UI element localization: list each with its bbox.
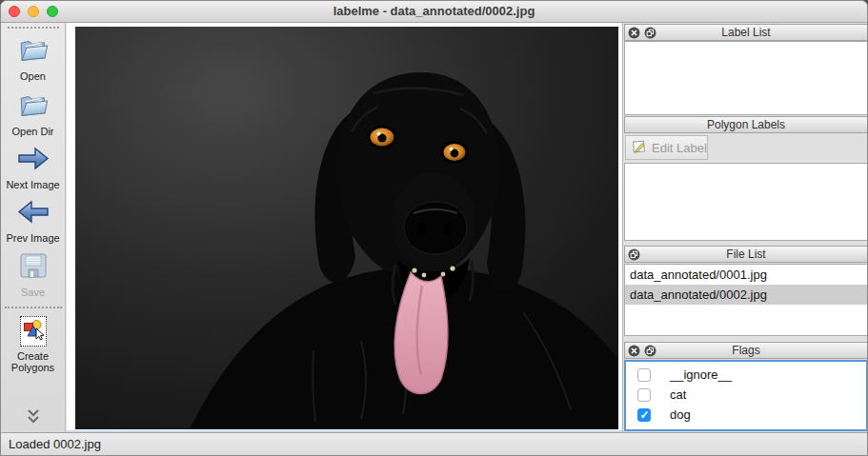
flag-label: __ignore__	[670, 367, 732, 382]
window-title: labelme - data_annotated/0002.jpg	[1, 1, 867, 22]
close-panel-icon[interactable]	[628, 27, 640, 39]
float-panel-icon[interactable]	[644, 27, 656, 39]
polygon-labels-list[interactable]	[624, 163, 868, 241]
open-folder-icon	[17, 90, 50, 122]
arrow-left-icon	[16, 199, 50, 228]
next-image-button-label: Next Image	[6, 179, 59, 190]
toolbar-drag-handle[interactable]	[8, 27, 59, 29]
labelme-window: labelme - data_annotated/0002.jpg Open	[0, 0, 868, 456]
toolbar-overflow-button[interactable]	[1, 409, 65, 427]
arrow-right-icon	[16, 146, 50, 175]
status-text: Loaded 0002.jpg	[9, 437, 101, 451]
save-button-label: Save	[21, 287, 45, 298]
create-polygons-button-label: Create Polygons	[7, 350, 60, 373]
dock-panels: Label List Polygon Labels Edit Label	[622, 23, 868, 434]
open-button-label: Open	[20, 70, 46, 82]
checkbox[interactable]	[637, 368, 651, 382]
file-list-header: File List	[624, 246, 868, 263]
label-list-title: Label List	[721, 26, 770, 39]
flags-title: Flags	[732, 344, 759, 357]
save-floppy-icon	[19, 252, 48, 283]
edit-label-button[interactable]: Edit Label	[625, 135, 708, 160]
file-list-item[interactable]: data_annotated/0002.jpg	[625, 285, 867, 305]
checkbox[interactable]	[637, 388, 651, 402]
create-polygons-button[interactable]: Create Polygons	[1, 311, 65, 377]
create-polygons-icon	[20, 316, 47, 347]
file-list-title: File List	[726, 248, 765, 261]
open-dir-button[interactable]: Open Dir	[1, 86, 65, 141]
flag-item-ignore[interactable]: __ignore__	[626, 365, 866, 385]
prev-image-button[interactable]: Prev Image	[1, 194, 65, 248]
chevron-double-down-icon	[25, 410, 42, 426]
edit-label-button-text: Edit Label	[652, 141, 707, 155]
black-dog-photo	[75, 27, 618, 429]
polygon-labels-header: Polygon Labels	[624, 116, 868, 133]
titlebar: labelme - data_annotated/0002.jpg	[1, 1, 867, 23]
open-dir-button-label: Open Dir	[11, 126, 53, 137]
status-bar: Loaded 0002.jpg	[1, 432, 867, 455]
file-list-item[interactable]: data_annotated/0001.jpg	[625, 265, 867, 285]
toolbar-separator	[5, 307, 62, 308]
float-panel-icon[interactable]	[644, 345, 656, 357]
file-list[interactable]: data_annotated/0001.jpg data_annotated/0…	[624, 264, 868, 336]
float-panel-icon[interactable]	[628, 248, 640, 261]
annotation-canvas[interactable]	[67, 23, 622, 434]
toolbar: Open Open Dir	[1, 23, 66, 434]
label-list[interactable]	[624, 41, 868, 115]
prev-image-button-label: Prev Image	[6, 232, 59, 244]
flag-item-dog[interactable]: dog	[626, 405, 866, 425]
open-button[interactable]: Open	[1, 30, 65, 86]
close-panel-icon[interactable]	[628, 345, 640, 357]
open-folder-icon	[17, 35, 50, 67]
flags-header: Flags	[624, 342, 868, 359]
polygon-labels-title: Polygon Labels	[707, 118, 785, 131]
save-button[interactable]: Save	[1, 248, 65, 302]
next-image-button[interactable]: Next Image	[1, 141, 65, 194]
label-list-header: Label List	[624, 24, 868, 41]
flags-list[interactable]: __ignore__ cat dog	[624, 360, 868, 431]
flag-label: dog	[670, 407, 691, 422]
edit-pencil-icon	[632, 139, 647, 157]
flag-label: cat	[670, 387, 686, 402]
checkbox[interactable]	[637, 408, 651, 422]
flag-item-cat[interactable]: cat	[626, 385, 866, 405]
